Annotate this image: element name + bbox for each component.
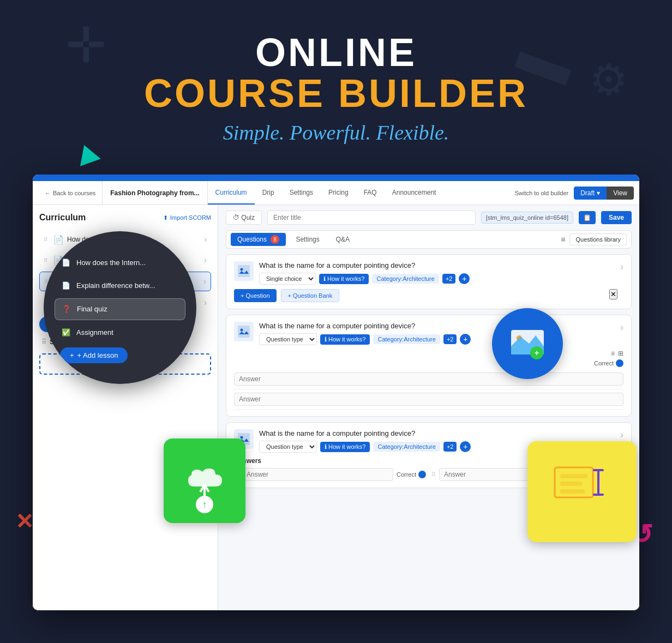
circle-item-label-2: Explain difference betw...	[76, 281, 155, 290]
correct-header: Correct	[234, 359, 623, 367]
svg-rect-2	[238, 326, 250, 338]
add-buttons-row: + Question + Question Bank ✕	[234, 289, 623, 302]
questions-tabs-bar: Questions 8 Settings Q&A ≡ Questions lib…	[226, 230, 632, 249]
tab-pricing[interactable]: Pricing	[321, 181, 356, 205]
category-name-1: Architecture	[403, 275, 435, 282]
deco-teal-triangle	[74, 141, 100, 166]
category-badge-1: Category:Architecture	[372, 274, 439, 284]
category-name-2: Architecture	[404, 336, 436, 342]
add-question-btn[interactable]: + Question	[234, 289, 277, 302]
expand-btn-1[interactable]: +	[459, 273, 470, 284]
upload-arrow-icon: ↑	[202, 499, 207, 510]
import-scorm-label: Import SCORM	[170, 214, 211, 221]
drag-icon-section: ⠿	[41, 338, 46, 346]
expand-btn-3[interactable]: +	[460, 441, 471, 452]
answer-input-1[interactable]	[234, 372, 623, 386]
circle-item-3-active[interactable]: ❓ Final quiz	[55, 298, 185, 320]
circle-plus-icon: +	[70, 351, 74, 359]
category-name-3: Architecture	[404, 443, 436, 450]
question-card-1: What is the name for a computer pointing…	[226, 254, 632, 309]
chevron-right-icon-2: ›	[204, 255, 207, 265]
switch-old-builder-btn[interactable]: Switch to old builder	[509, 190, 574, 196]
question-type-select-2[interactable]: Question type	[259, 333, 317, 345]
image-icon	[238, 265, 250, 277]
how-it-works-btn-2[interactable]: ℹ How it works?	[320, 334, 370, 345]
circle-item-label-3: Final quiz	[77, 305, 107, 313]
plus-count-badge-1: +2	[442, 274, 456, 284]
tab-curriculum[interactable]: Curriculum	[208, 181, 255, 205]
circle-item-1[interactable]: 📄 How does the Intern...	[55, 253, 185, 273]
tab-drip[interactable]: Drip	[255, 181, 282, 205]
answer-toolbar: ≡ ⊞	[234, 350, 623, 357]
questions-count-badge: 8	[271, 235, 279, 244]
tab-qa[interactable]: Q&A	[329, 233, 356, 245]
draft-label: Draft	[580, 189, 595, 197]
collapse-icon-1[interactable]: ›	[620, 261, 623, 273]
tab-q-settings[interactable]: Settings	[289, 233, 326, 245]
tab-announcement[interactable]: Announcement	[385, 181, 444, 205]
correct-label: Correct	[594, 360, 614, 366]
question-type-select-1[interactable]: Single choice	[259, 273, 316, 285]
question-bank-btn[interactable]: + Question Bank	[281, 289, 340, 302]
close-btn-1[interactable]: ✕	[609, 289, 617, 299]
tab-faq[interactable]: FAQ	[356, 181, 385, 205]
course-title: Fashion Photography from...	[103, 181, 207, 205]
questions-library-btn[interactable]: Questions library	[569, 233, 627, 245]
back-label: Back to courses	[53, 190, 95, 196]
collapse-icon-3[interactable]: ›	[620, 429, 623, 441]
hero-section: ONLINE COURSE BUILDER Simple. Powerful. …	[0, 0, 672, 145]
circle-item-label-1: How does the Intern...	[76, 259, 146, 267]
tab-settings[interactable]: Settings	[282, 181, 321, 205]
quiz-icon-small: ⏱	[233, 214, 239, 221]
question-text-2: What is the name for a computer pointing…	[259, 322, 615, 330]
how-it-works-btn-1[interactable]: ℹ How it works?	[319, 274, 369, 284]
draft-button[interactable]: Draft ▾	[574, 187, 607, 200]
how-it-works-label-2: How it works?	[328, 336, 365, 342]
save-btn[interactable]: Save	[601, 211, 632, 224]
category-badge-2: Category:Architecture	[373, 334, 440, 344]
quiz-text: Quiz	[241, 214, 255, 221]
correct-radio-1	[418, 471, 426, 478]
view-button[interactable]: View	[607, 187, 634, 200]
hero-tagline-text: Simple. Powerful. Flexible.	[0, 121, 672, 145]
back-arrow-icon: ←	[45, 190, 51, 196]
circle-item-2[interactable]: 📄 Explain difference betw...	[55, 275, 185, 296]
blue-circle-overlay: +	[492, 308, 563, 379]
nav-tabs: Curriculum Drip Settings Pricing FAQ Ann…	[208, 181, 509, 205]
correct-radio-filled	[616, 359, 623, 367]
expand-btn-2[interactable]: +	[460, 334, 471, 345]
circle-item-label-4: Assignment	[76, 328, 113, 336]
hero-course-builder-text: COURSE BUILDER	[0, 72, 672, 115]
back-to-courses-btn[interactable]: ← Back to courses	[38, 181, 103, 205]
question-text-1: What is the name for a computer pointing…	[259, 261, 615, 269]
circle-add-lesson-label: + Add lesson	[77, 351, 118, 359]
question-image-placeholder-2	[234, 322, 254, 341]
quiz-title-input[interactable]	[267, 211, 476, 225]
sidebar-title: Curriculum	[39, 213, 86, 223]
how-it-works-btn-3[interactable]: ℹ How it works?	[320, 442, 370, 452]
import-scorm-btn[interactable]: ⬆ Import SCORM	[163, 214, 211, 221]
cloud-upload-icon	[183, 462, 226, 500]
question-type-select-3[interactable]: Question type	[259, 441, 317, 453]
answer-input-2[interactable]	[234, 393, 623, 406]
drag-handle-icon-2: ⠿	[44, 257, 47, 263]
circle-item-4[interactable]: ✅ Assignment	[55, 322, 185, 343]
chevron-right-icon-4: ›	[204, 298, 207, 308]
collapse-icon-2[interactable]: ›	[620, 322, 623, 333]
copy-btn[interactable]: 📋	[579, 211, 596, 224]
question-row-2: What is the name for a computer pointing…	[234, 322, 623, 345]
info-icon-2: ℹ	[325, 336, 327, 343]
question-row-1: What is the name for a computer pointing…	[234, 261, 623, 285]
tab-questions[interactable]: Questions 8	[231, 233, 286, 246]
circle-add-lesson-btn[interactable]: + + Add lesson	[60, 347, 128, 363]
plus-count-badge-3: +2	[443, 442, 457, 452]
list-icon: ≡	[611, 350, 615, 357]
quiz-label: ⏱ Quiz	[226, 211, 262, 225]
quiz-bar: ⏱ Quiz [stm_lms_quiz_online id=6548] 📋 S…	[226, 211, 632, 225]
grid-icon: ⊞	[618, 350, 623, 357]
chevron-right-icon-1: ›	[204, 235, 207, 244]
circular-zoom-overlay: 📄 How does the Intern... 📄 Explain diffe…	[44, 231, 196, 384]
info-icon: ℹ	[323, 275, 326, 283]
answer-input-bottom-1[interactable]	[242, 468, 393, 481]
circle-doc-icon-2: 📄	[60, 280, 72, 292]
